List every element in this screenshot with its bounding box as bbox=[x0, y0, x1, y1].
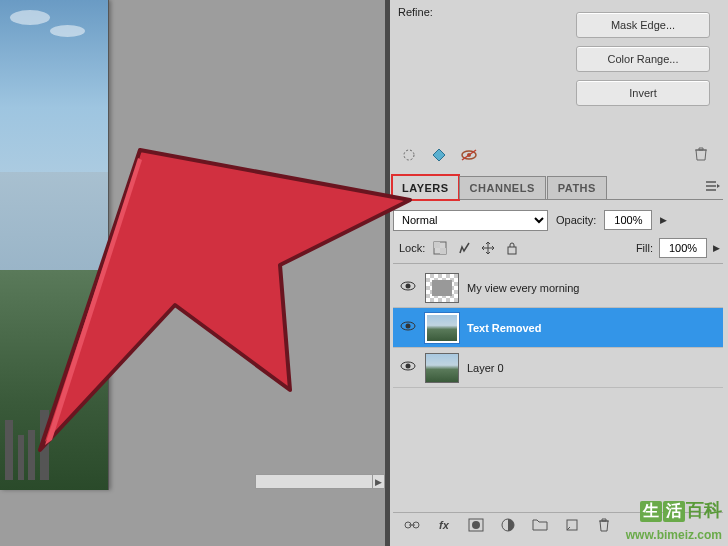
blend-mode-row: Normal Opacity: ▶ bbox=[393, 206, 723, 234]
svg-rect-7 bbox=[508, 247, 516, 254]
svg-point-13 bbox=[406, 363, 411, 368]
image-cloud bbox=[50, 25, 85, 37]
svg-point-9 bbox=[406, 283, 411, 288]
tab-layers[interactable]: LAYERS bbox=[391, 174, 460, 201]
lock-position-icon[interactable] bbox=[479, 239, 497, 257]
masks-refine-section: Refine: Mask Edge... Color Range... Inve… bbox=[390, 0, 728, 170]
delete-mask-icon[interactable] bbox=[694, 146, 710, 162]
image-land-region bbox=[0, 270, 108, 491]
watermark: 生活百科 www.bimeiz.com bbox=[578, 498, 728, 546]
opacity-label: Opacity: bbox=[556, 214, 596, 226]
layers-list: My view every morning Text Removed Layer… bbox=[393, 268, 723, 388]
visibility-toggle-icon[interactable] bbox=[399, 319, 417, 337]
link-layers-icon[interactable] bbox=[403, 516, 421, 534]
fill-label: Fill: bbox=[636, 242, 653, 254]
panel-menu-icon[interactable] bbox=[706, 180, 720, 192]
color-range-button[interactable]: Color Range... bbox=[576, 46, 710, 72]
mask-edge-button[interactable]: Mask Edge... bbox=[576, 12, 710, 38]
visibility-toggle-icon[interactable] bbox=[399, 279, 417, 297]
image-water-region bbox=[0, 172, 108, 270]
disable-mask-icon[interactable] bbox=[460, 146, 478, 164]
image-building bbox=[5, 420, 13, 480]
panels-sidebar: Refine: Mask Edge... Color Range... Inve… bbox=[390, 0, 728, 546]
invert-button[interactable]: Invert bbox=[576, 80, 710, 106]
visibility-toggle-icon[interactable] bbox=[399, 359, 417, 377]
layer-thumbnail[interactable] bbox=[425, 273, 459, 303]
apply-mask-icon[interactable] bbox=[430, 146, 448, 164]
lock-all-icon[interactable] bbox=[503, 239, 521, 257]
svg-point-11 bbox=[406, 323, 411, 328]
lock-label: Lock: bbox=[399, 242, 425, 254]
refine-label: Refine: bbox=[398, 6, 433, 18]
opacity-input[interactable] bbox=[604, 210, 652, 230]
layer-row[interactable]: Layer 0 bbox=[393, 348, 723, 388]
adjustment-layer-icon[interactable] bbox=[499, 516, 517, 534]
group-layers-icon[interactable] bbox=[531, 516, 549, 534]
layer-name[interactable]: Text Removed bbox=[467, 322, 541, 334]
layer-row[interactable]: Text Removed bbox=[393, 308, 723, 348]
tab-paths[interactable]: PATHS bbox=[547, 176, 607, 199]
fill-flyout-icon[interactable]: ▶ bbox=[713, 243, 723, 253]
layer-thumbnail[interactable] bbox=[425, 353, 459, 383]
add-mask-icon[interactable] bbox=[467, 516, 485, 534]
watermark-title: 生活百科 bbox=[640, 498, 722, 522]
image-building bbox=[18, 435, 24, 480]
opacity-flyout-icon[interactable]: ▶ bbox=[660, 215, 670, 225]
layer-name[interactable]: My view every morning bbox=[467, 282, 579, 294]
layer-style-icon[interactable]: fx bbox=[435, 516, 453, 534]
fill-input[interactable] bbox=[659, 238, 707, 258]
layer-row[interactable]: My view every morning bbox=[393, 268, 723, 308]
panel-tabs: LAYERS CHANNELS PATHS bbox=[393, 176, 723, 200]
svg-rect-6 bbox=[440, 248, 446, 254]
layer-thumbnail[interactable] bbox=[425, 313, 459, 343]
lock-row: Lock: Fill: ▶ bbox=[393, 236, 723, 264]
tab-channels[interactable]: CHANNELS bbox=[459, 176, 546, 199]
canvas-area: ▶ bbox=[0, 0, 385, 510]
svg-point-0 bbox=[404, 150, 414, 160]
lock-transparency-icon[interactable] bbox=[431, 239, 449, 257]
horizontal-scroll-right[interactable]: ▶ bbox=[372, 474, 385, 489]
layer-name[interactable]: Layer 0 bbox=[467, 362, 504, 374]
svg-rect-5 bbox=[434, 242, 440, 248]
lock-pixels-icon[interactable] bbox=[455, 239, 473, 257]
image-building bbox=[40, 410, 49, 480]
image-cloud bbox=[10, 10, 50, 25]
selection-from-mask-icon[interactable] bbox=[400, 146, 418, 164]
svg-point-18 bbox=[472, 521, 480, 529]
horizontal-scrollbar-track[interactable] bbox=[255, 474, 385, 489]
image-building bbox=[28, 430, 35, 480]
document-image[interactable] bbox=[0, 0, 109, 490]
watermark-url: www.bimeiz.com bbox=[626, 528, 722, 542]
blend-mode-select[interactable]: Normal bbox=[393, 210, 548, 231]
